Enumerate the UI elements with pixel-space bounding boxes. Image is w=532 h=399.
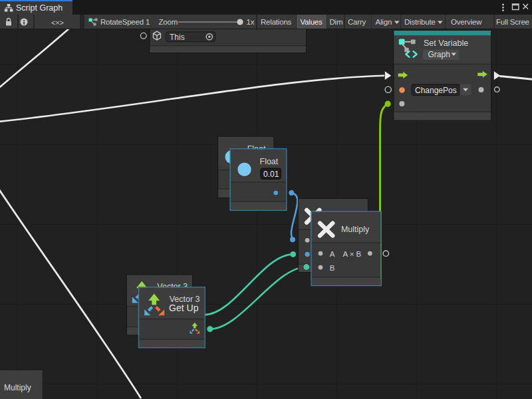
svg-text:ChangePos: ChangePos — [415, 86, 457, 95]
svg-text:<×>: <×> — [51, 19, 64, 27]
svg-text:Set Variable: Set Variable — [424, 39, 468, 48]
svg-text:This: This — [170, 33, 185, 42]
svg-text:Multiply: Multiply — [4, 383, 31, 392]
svg-text:Graph: Graph — [428, 50, 450, 59]
